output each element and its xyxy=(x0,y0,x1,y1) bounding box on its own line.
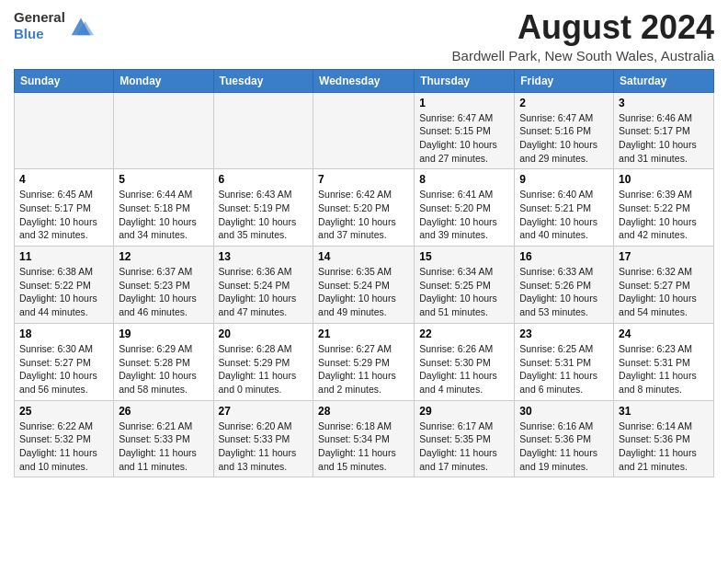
title-block: August 2024 Bardwell Park, New South Wal… xyxy=(452,9,714,63)
day-number: 26 xyxy=(119,405,208,418)
day-info: Sunrise: 6:26 AM Sunset: 5:30 PM Dayligh… xyxy=(419,342,509,396)
day-info: Sunrise: 6:20 AM Sunset: 5:33 PM Dayligh… xyxy=(219,419,309,474)
day-info: Sunrise: 6:40 AM Sunset: 5:21 PM Dayligh… xyxy=(519,188,609,242)
calendar-table: SundayMondayTuesdayWednesdayThursdayFrid… xyxy=(14,69,714,478)
calendar-cell: 18Sunrise: 6:30 AM Sunset: 5:27 PM Dayli… xyxy=(15,323,114,400)
calendar-cell: 4Sunrise: 6:45 AM Sunset: 5:17 PM Daylig… xyxy=(15,169,114,247)
calendar-cell: 12Sunrise: 6:37 AM Sunset: 5:23 PM Dayli… xyxy=(114,247,213,324)
calendar-cell xyxy=(213,92,313,169)
calendar-cell: 24Sunrise: 6:23 AM Sunset: 5:31 PM Dayli… xyxy=(614,323,714,400)
logo-icon xyxy=(68,13,94,39)
day-number: 22 xyxy=(419,327,509,340)
day-number: 21 xyxy=(318,327,409,340)
day-number: 4 xyxy=(19,173,108,186)
calendar-cell xyxy=(114,92,213,169)
day-info: Sunrise: 6:14 AM Sunset: 5:36 PM Dayligh… xyxy=(619,419,709,474)
calendar-cell: 11Sunrise: 6:38 AM Sunset: 5:22 PM Dayli… xyxy=(15,247,114,324)
day-info: Sunrise: 6:45 AM Sunset: 5:17 PM Dayligh… xyxy=(19,188,108,242)
calendar-week-3: 11Sunrise: 6:38 AM Sunset: 5:22 PM Dayli… xyxy=(15,247,714,324)
day-number: 28 xyxy=(318,405,409,418)
day-info: Sunrise: 6:28 AM Sunset: 5:29 PM Dayligh… xyxy=(219,342,309,396)
day-info: Sunrise: 6:29 AM Sunset: 5:28 PM Dayligh… xyxy=(119,342,208,396)
calendar-cell: 22Sunrise: 6:26 AM Sunset: 5:30 PM Dayli… xyxy=(415,323,515,400)
column-header-friday: Friday xyxy=(515,69,614,92)
page-subtitle: Bardwell Park, New South Wales, Australi… xyxy=(452,48,714,63)
day-number: 5 xyxy=(119,173,208,186)
day-info: Sunrise: 6:46 AM Sunset: 5:17 PM Dayligh… xyxy=(619,111,709,166)
day-info: Sunrise: 6:34 AM Sunset: 5:25 PM Dayligh… xyxy=(419,265,509,319)
day-number: 8 xyxy=(419,173,509,186)
calendar-cell xyxy=(15,92,114,169)
column-header-monday: Monday xyxy=(114,69,213,92)
day-number: 15 xyxy=(419,250,509,263)
calendar-cell: 26Sunrise: 6:21 AM Sunset: 5:33 PM Dayli… xyxy=(114,400,213,477)
day-number: 20 xyxy=(219,327,309,340)
day-number: 14 xyxy=(318,250,409,263)
calendar-cell: 21Sunrise: 6:27 AM Sunset: 5:29 PM Dayli… xyxy=(313,323,415,400)
day-number: 18 xyxy=(19,327,108,340)
day-number: 7 xyxy=(318,173,409,186)
calendar-cell: 15Sunrise: 6:34 AM Sunset: 5:25 PM Dayli… xyxy=(415,247,515,324)
column-header-saturday: Saturday xyxy=(614,69,714,92)
calendar-cell: 17Sunrise: 6:32 AM Sunset: 5:27 PM Dayli… xyxy=(614,247,714,324)
calendar-week-1: 1Sunrise: 6:47 AM Sunset: 5:15 PM Daylig… xyxy=(15,92,714,169)
calendar-cell: 3Sunrise: 6:46 AM Sunset: 5:17 PM Daylig… xyxy=(614,92,714,169)
day-info: Sunrise: 6:35 AM Sunset: 5:24 PM Dayligh… xyxy=(318,265,409,319)
day-number: 1 xyxy=(419,97,509,109)
calendar-cell: 30Sunrise: 6:16 AM Sunset: 5:36 PM Dayli… xyxy=(515,400,614,477)
calendar-cell: 31Sunrise: 6:14 AM Sunset: 5:36 PM Dayli… xyxy=(614,400,714,477)
page-header: General Blue August 2024 Bardwell Park, … xyxy=(14,9,714,63)
calendar-cell: 6Sunrise: 6:43 AM Sunset: 5:19 PM Daylig… xyxy=(213,169,313,247)
day-info: Sunrise: 6:44 AM Sunset: 5:18 PM Dayligh… xyxy=(119,188,208,242)
day-number: 23 xyxy=(519,327,609,340)
calendar-week-2: 4Sunrise: 6:45 AM Sunset: 5:17 PM Daylig… xyxy=(15,169,714,247)
calendar-week-4: 18Sunrise: 6:30 AM Sunset: 5:27 PM Dayli… xyxy=(15,323,714,400)
day-info: Sunrise: 6:47 AM Sunset: 5:15 PM Dayligh… xyxy=(419,111,509,166)
day-info: Sunrise: 6:32 AM Sunset: 5:27 PM Dayligh… xyxy=(619,265,709,319)
day-info: Sunrise: 6:21 AM Sunset: 5:33 PM Dayligh… xyxy=(119,419,208,474)
day-info: Sunrise: 6:37 AM Sunset: 5:23 PM Dayligh… xyxy=(119,265,208,319)
calendar-cell: 7Sunrise: 6:42 AM Sunset: 5:20 PM Daylig… xyxy=(313,169,415,247)
day-info: Sunrise: 6:36 AM Sunset: 5:24 PM Dayligh… xyxy=(219,265,309,319)
logo: General Blue xyxy=(14,9,94,42)
calendar-cell: 16Sunrise: 6:33 AM Sunset: 5:26 PM Dayli… xyxy=(515,247,614,324)
day-number: 24 xyxy=(619,327,709,340)
calendar-cell: 8Sunrise: 6:41 AM Sunset: 5:20 PM Daylig… xyxy=(415,169,515,247)
day-info: Sunrise: 6:33 AM Sunset: 5:26 PM Dayligh… xyxy=(519,265,609,319)
calendar-cell: 1Sunrise: 6:47 AM Sunset: 5:15 PM Daylig… xyxy=(415,92,515,169)
day-number: 25 xyxy=(19,405,108,418)
day-info: Sunrise: 6:27 AM Sunset: 5:29 PM Dayligh… xyxy=(318,342,409,396)
day-number: 16 xyxy=(519,250,609,263)
calendar-cell: 20Sunrise: 6:28 AM Sunset: 5:29 PM Dayli… xyxy=(213,323,313,400)
calendar-cell: 28Sunrise: 6:18 AM Sunset: 5:34 PM Dayli… xyxy=(313,400,415,477)
day-info: Sunrise: 6:22 AM Sunset: 5:32 PM Dayligh… xyxy=(19,419,108,474)
calendar-cell: 14Sunrise: 6:35 AM Sunset: 5:24 PM Dayli… xyxy=(313,247,415,324)
calendar-cell: 2Sunrise: 6:47 AM Sunset: 5:16 PM Daylig… xyxy=(515,92,614,169)
calendar-cell: 25Sunrise: 6:22 AM Sunset: 5:32 PM Dayli… xyxy=(15,400,114,477)
day-info: Sunrise: 6:18 AM Sunset: 5:34 PM Dayligh… xyxy=(318,419,409,474)
day-info: Sunrise: 6:47 AM Sunset: 5:16 PM Dayligh… xyxy=(519,111,609,166)
day-info: Sunrise: 6:16 AM Sunset: 5:36 PM Dayligh… xyxy=(519,419,609,474)
calendar-cell: 29Sunrise: 6:17 AM Sunset: 5:35 PM Dayli… xyxy=(415,400,515,477)
calendar-cell: 5Sunrise: 6:44 AM Sunset: 5:18 PM Daylig… xyxy=(114,169,213,247)
day-number: 3 xyxy=(619,97,709,109)
day-info: Sunrise: 6:42 AM Sunset: 5:20 PM Dayligh… xyxy=(318,188,409,242)
day-info: Sunrise: 6:25 AM Sunset: 5:31 PM Dayligh… xyxy=(519,342,609,396)
column-header-thursday: Thursday xyxy=(415,69,515,92)
day-info: Sunrise: 6:39 AM Sunset: 5:22 PM Dayligh… xyxy=(619,188,709,242)
day-info: Sunrise: 6:43 AM Sunset: 5:19 PM Dayligh… xyxy=(219,188,309,242)
day-number: 2 xyxy=(519,97,609,109)
calendar-cell: 13Sunrise: 6:36 AM Sunset: 5:24 PM Dayli… xyxy=(213,247,313,324)
day-number: 13 xyxy=(219,250,309,263)
column-header-sunday: Sunday xyxy=(15,69,114,92)
column-header-wednesday: Wednesday xyxy=(313,69,415,92)
day-number: 11 xyxy=(19,250,108,263)
day-number: 9 xyxy=(519,173,609,186)
day-number: 27 xyxy=(219,405,309,418)
day-number: 6 xyxy=(219,173,309,186)
day-number: 17 xyxy=(619,250,709,263)
day-number: 12 xyxy=(119,250,208,263)
day-info: Sunrise: 6:30 AM Sunset: 5:27 PM Dayligh… xyxy=(19,342,108,396)
logo-text: General Blue xyxy=(14,9,65,42)
calendar-week-5: 25Sunrise: 6:22 AM Sunset: 5:32 PM Dayli… xyxy=(15,400,714,477)
